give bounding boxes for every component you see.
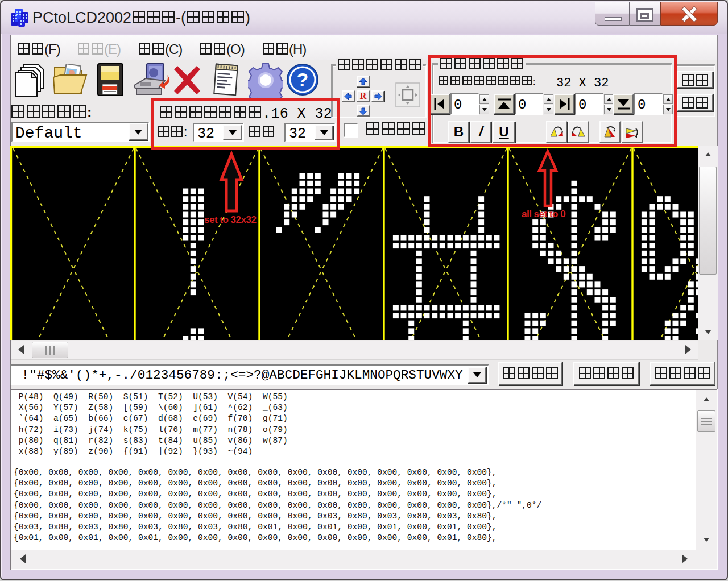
svg-text:?: ? bbox=[297, 69, 309, 90]
svg-text:set to 32x32: set to 32x32 bbox=[204, 214, 256, 225]
svg-text:all set to 0: all set to 0 bbox=[522, 209, 565, 219]
